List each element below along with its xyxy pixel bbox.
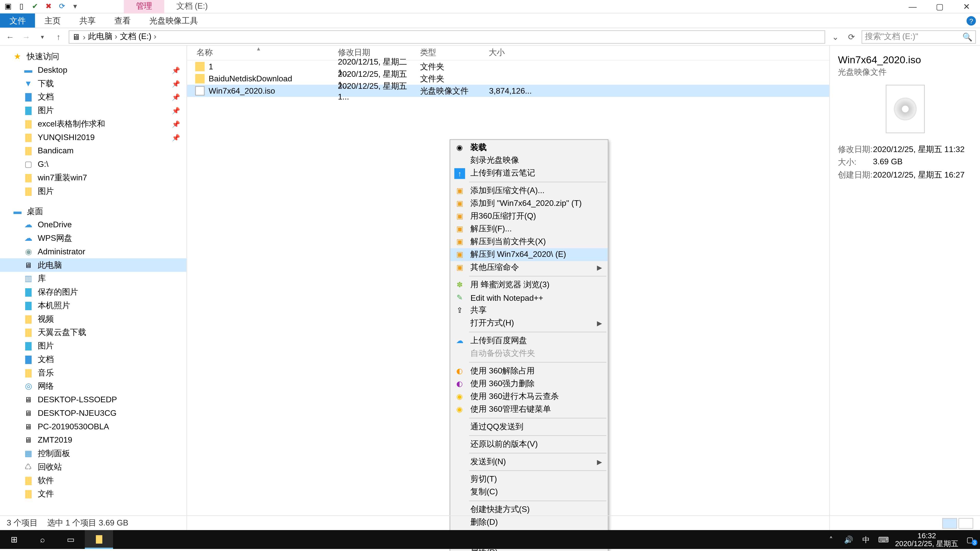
ctx-send-to[interactable]: 发送到(N)▶	[450, 455, 608, 468]
qat-dropdown-icon[interactable]: ▾	[70, 1, 81, 12]
ctx-cut[interactable]: 剪切(T)	[450, 473, 608, 486]
nav-folder[interactable]: YUNQISHI2019📌	[0, 130, 186, 144]
nav-desktop[interactable]: Desktop📌	[0, 63, 186, 77]
column-headers[interactable]: 名称 修改日期 类型 大小	[187, 46, 829, 60]
maximize-button[interactable]: ▢	[926, 0, 953, 13]
ctx-youdao[interactable]: ↑上传到有道云笔记	[450, 167, 608, 179]
qat-close-icon[interactable]: ✖	[43, 1, 54, 12]
nav-folder[interactable]: 文件	[0, 487, 186, 500]
up-button[interactable]: ↑	[52, 32, 65, 41]
nav-user[interactable]: Administrator	[0, 245, 186, 259]
ctx-restore-version[interactable]: 还原以前的版本(V)	[450, 438, 608, 451]
file-list[interactable]: 名称 修改日期 类型 大小 1 2020/12/15, 星期二 1...文件夹 …	[187, 46, 829, 530]
search-icon[interactable]: 🔍	[963, 32, 973, 41]
address-bar[interactable]: 🖥 › 此电脑 文档 (E:)	[68, 30, 825, 43]
nav-pictures[interactable]: 图片📌	[0, 103, 186, 117]
nav-lib-item[interactable]: 本机照片	[0, 299, 186, 312]
start-button[interactable]: ⊞	[0, 530, 28, 549]
contextual-tab-manage[interactable]: 管理	[124, 0, 164, 14]
ime-indicator[interactable]: 中	[860, 534, 872, 545]
nav-folder[interactable]: 图片	[0, 184, 186, 198]
qat-refresh-icon[interactable]: ⟳	[57, 1, 67, 12]
nav-folder[interactable]: Bandicam	[0, 144, 186, 157]
nav-downloads[interactable]: 下载📌	[0, 77, 186, 90]
nav-quick-access[interactable]: 快速访问	[0, 50, 186, 63]
nav-lib-item[interactable]: 视频	[0, 312, 186, 326]
tab-disc-tools[interactable]: 光盘映像工具	[140, 14, 207, 27]
help-icon[interactable]: ?	[966, 16, 976, 25]
nav-lib-item[interactable]: 图片	[0, 339, 186, 353]
search-button[interactable]: ⌕	[28, 530, 57, 549]
ctx-add-zip[interactable]: ▣添加到 "Win7x64_2020.zip" (T)	[450, 197, 608, 210]
nav-control-panel[interactable]: 控制面板	[0, 447, 186, 460]
back-button[interactable]: ←	[4, 32, 16, 41]
tab-file[interactable]: 文件	[0, 14, 35, 27]
nav-folder[interactable]: win7重装win7	[0, 171, 186, 184]
nav-desktop-root[interactable]: 桌面	[0, 205, 186, 218]
task-view-button[interactable]: ▭	[57, 530, 85, 549]
nav-drive-g[interactable]: G:\	[0, 157, 186, 171]
nav-onedrive[interactable]: OneDrive	[0, 218, 186, 231]
nav-net-pc[interactable]: ZMT2019	[0, 433, 186, 447]
nav-net-pc[interactable]: DESKTOP-LSSOEDP	[0, 393, 186, 407]
refresh-button[interactable]: ⟳	[845, 32, 857, 41]
nav-lib-item[interactable]: 音乐	[0, 366, 186, 380]
col-type[interactable]: 类型	[420, 47, 489, 59]
tab-share[interactable]: 共享	[70, 14, 105, 27]
ctx-qq-send[interactable]: 通过QQ发送到	[450, 421, 608, 433]
ctx-notepadpp[interactable]: ✎Edit with Notepad++	[450, 291, 608, 304]
ctx-360-unlock[interactable]: ◐使用 360解除占用	[450, 365, 608, 377]
explorer-task[interactable]: ▇	[85, 530, 113, 549]
ctx-mount[interactable]: ◉装载	[450, 141, 608, 154]
nav-lib-item[interactable]: 保存的图片	[0, 285, 186, 299]
file-row[interactable]: BaiduNetdiskDownload 2020/12/25, 星期五 1..…	[187, 73, 829, 85]
ctx-create-shortcut[interactable]: 创建快捷方式(S)	[450, 503, 608, 516]
volume-icon[interactable]: 🔊	[842, 535, 854, 544]
nav-lib-item[interactable]: 天翼云盘下载	[0, 326, 186, 339]
nav-net-pc[interactable]: DESKTOP-NJEU3CG	[0, 407, 186, 420]
address-dropdown[interactable]: ⌄	[829, 32, 841, 41]
ctx-bee-browser[interactable]: ✽用 蜂蜜浏览器 浏览(3)	[450, 279, 608, 291]
nav-libraries[interactable]: 库	[0, 272, 186, 285]
ctx-360-scan[interactable]: ◉使用 360进行木马云查杀	[450, 390, 608, 403]
crumb-this-pc[interactable]: 此电脑	[88, 31, 117, 42]
nav-documents[interactable]: 文档📌	[0, 90, 186, 103]
ctx-share[interactable]: ⇪共享	[450, 304, 608, 317]
qat-open-icon[interactable]: ▯	[16, 1, 27, 12]
ctx-extract-to[interactable]: ▣解压到(F)...	[450, 223, 608, 235]
close-button[interactable]: ✕	[953, 0, 980, 13]
nav-lib-item[interactable]: 文档	[0, 353, 186, 366]
ctx-360-force-delete[interactable]: ◐使用 360强力删除	[450, 378, 608, 390]
nav-wps[interactable]: WPS网盘	[0, 231, 186, 245]
col-name[interactable]: 名称	[187, 47, 338, 59]
taskbar-clock[interactable]: 16:32 2020/12/25, 星期五	[895, 531, 958, 548]
nav-net-pc[interactable]: PC-20190530OBLA	[0, 420, 186, 433]
nav-folder[interactable]: excel表格制作求和📌	[0, 117, 186, 130]
nav-folder[interactable]: 软件	[0, 474, 186, 487]
nav-network[interactable]: 网络	[0, 380, 186, 393]
ctx-360-menu[interactable]: ◉使用 360管理右键菜单	[450, 403, 608, 416]
ctx-baidu-upload[interactable]: ☁上传到百度网盘	[450, 334, 608, 347]
ctx-copy[interactable]: 复制(C)	[450, 486, 608, 499]
ctx-extract-folder[interactable]: ▣解压到 Win7x64_2020\ (E)	[450, 248, 608, 261]
tray-chevron-icon[interactable]: ˄	[825, 535, 837, 544]
ctx-burn[interactable]: 刻录光盘映像	[450, 154, 608, 167]
nav-recycle-bin[interactable]: 回收站	[0, 460, 186, 474]
tab-home[interactable]: 主页	[35, 14, 70, 27]
nav-this-pc[interactable]: 此电脑	[0, 259, 186, 272]
minimize-button[interactable]: —	[899, 0, 926, 13]
ctx-add-archive[interactable]: ▣添加到压缩文件(A)...	[450, 184, 608, 197]
ctx-open-360[interactable]: ▣用360压缩打开(Q)	[450, 210, 608, 223]
qat-check-icon[interactable]: ✔	[30, 1, 40, 12]
keyboard-icon[interactable]: ⌨	[878, 535, 890, 544]
action-center-icon[interactable]: ▢3	[964, 535, 976, 544]
ctx-open-with[interactable]: 打开方式(H)▶	[450, 317, 608, 330]
ctx-extract-here[interactable]: ▣解压到当前文件夹(X)	[450, 235, 608, 248]
forward-button[interactable]: →	[20, 32, 32, 41]
ctx-other-compress[interactable]: ▣其他压缩命令▶	[450, 261, 608, 274]
crumb-location[interactable]: 文档 (E:)	[120, 31, 156, 42]
file-row-selected[interactable]: Win7x64_2020.iso 2020/12/25, 星期五 1...光盘映…	[187, 85, 829, 97]
view-large-button[interactable]	[959, 518, 974, 528]
tab-view[interactable]: 查看	[105, 14, 140, 27]
recent-dropdown[interactable]: ▾	[36, 33, 48, 40]
